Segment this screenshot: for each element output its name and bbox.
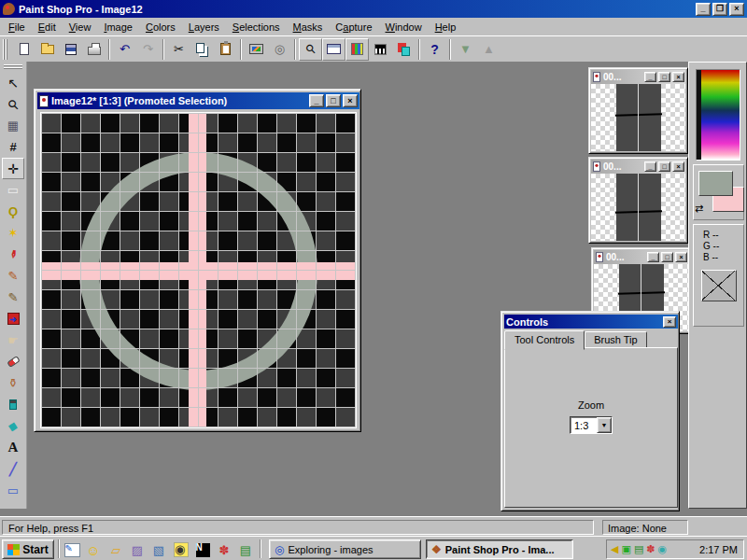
current-style-box[interactable] [701,270,737,301]
print-button[interactable] [82,38,106,61]
menu-view[interactable]: View [63,19,98,35]
crop-tool[interactable]: # [2,136,24,158]
menu-masks[interactable]: Masks [287,19,330,35]
image-maximize-button[interactable]: □ [326,94,341,107]
thumbnail-canvas[interactable] [591,84,685,151]
flood-fill-tool[interactable]: ◆ [2,415,24,437]
menu-edit[interactable]: Edit [32,19,63,35]
tab-tool-controls[interactable]: Tool Controls [504,330,585,350]
color-picker-gradient[interactable] [696,69,740,161]
thumb-close-button[interactable]: × [675,252,687,262]
menu-window[interactable]: Window [379,19,429,35]
open-button[interactable] [35,38,59,61]
volume-icon[interactable]: ◀ [611,544,618,554]
selection-tool[interactable]: ▭ [2,179,24,201]
zoom-tool[interactable]: ⚲ [2,93,24,115]
task-exploring-images[interactable]: ◎ Exploring - images [269,539,421,559]
toggle-layer-palette-button[interactable] [392,38,416,61]
freehand-tool[interactable]: Ϙ [2,201,24,222]
clock[interactable]: 2:17 PM [699,544,738,555]
save-button[interactable] [59,38,82,61]
swap-colors-icon[interactable]: ⇄ [695,203,703,215]
quick-launch-photo[interactable]: ▧ [150,541,167,558]
toggle-color-palette-button[interactable] [345,38,369,61]
thumb-close-button[interactable]: × [672,72,684,82]
quick-launch-image[interactable]: ▨ [129,541,146,558]
eraser-tool[interactable] [2,351,24,372]
task-paint-shop-pro[interactable]: ❖ Paint Shop Pro - Ima... [426,539,573,559]
tool-palette-grip[interactable] [4,64,22,70]
thumb-minimize-button[interactable]: _ [644,161,656,172]
toggle-tool-palette-button[interactable]: ⚲ [299,38,322,61]
color-replacer-tool[interactable]: ➜ [2,308,24,329]
menu-colors[interactable]: Colors [139,19,182,35]
zoom-dropdown[interactable]: 1:3 ▼ [570,416,613,434]
thumb-minimize-button[interactable]: _ [644,72,656,82]
thumbnail-title-bar[interactable]: 00... _ □ × [591,160,685,174]
image-window-title-bar[interactable]: Image12* [1:3] (Promoted Selection) _ □ … [37,92,359,109]
clone-brush-tool[interactable]: ✎ [2,287,24,308]
quick-launch-netscape[interactable]: N [194,541,211,558]
start-button[interactable]: Start [2,539,54,559]
magic-wand-tool[interactable]: ✶ [2,222,24,244]
text-tool[interactable]: A [2,437,24,458]
copy-button[interactable] [190,38,214,61]
quick-launch-browser[interactable]: ◉ [173,541,190,558]
menu-capture[interactable]: Capture [329,19,378,35]
minimize-button[interactable]: _ [696,3,711,16]
send-down-button[interactable]: ▼ [454,38,477,61]
tray-book-icon[interactable]: ▤ [634,544,643,554]
thumb-minimize-button[interactable]: _ [647,252,659,262]
thumbnail-canvas[interactable] [591,174,685,241]
menu-image[interactable]: Image [97,19,139,35]
title-bar[interactable]: Paint Shop Pro - Image12 _ ❐ × [0,0,747,18]
picture-tube-tool[interactable]: ⚱ [2,372,24,394]
paintbrush-tool[interactable]: ✎ [2,265,24,287]
controls-close-button[interactable]: × [663,316,676,328]
arrow-tool[interactable]: ↖ [2,72,24,93]
retouch-tool[interactable]: ☛ [2,329,24,351]
toggle-histogram-button[interactable] [369,38,392,61]
thumb-maximize-button[interactable]: □ [658,161,670,172]
tray-pinwheel-icon[interactable]: ✽ [646,544,655,554]
quick-launch-smiley[interactable]: ☺ [85,541,102,558]
camera-icon[interactable]: ◉ [658,544,668,554]
toolbar-grip[interactable] [3,39,9,60]
quick-launch-notes[interactable]: ✎ [63,541,80,558]
restore-button[interactable]: ❐ [712,3,727,16]
image-close-button[interactable]: × [343,94,358,107]
mover-tool[interactable]: ✛ [2,158,24,179]
shape-tool[interactable]: ▭ [2,480,24,501]
quick-launch-book[interactable]: ▤ [237,541,254,558]
menu-file[interactable]: File [2,19,32,35]
cut-button[interactable]: ✂ [167,38,190,61]
close-button[interactable]: × [729,3,744,16]
controls-title-bar[interactable]: Controls × [504,315,678,329]
canvas[interactable] [41,113,356,427]
send-up-button[interactable]: ▲ [477,38,500,61]
thumb-maximize-button[interactable]: □ [658,72,670,82]
deformation-tool[interactable]: ▦ [2,115,24,136]
airbrush-tool[interactable] [2,394,24,415]
display-icon[interactable]: ▣ [621,544,630,554]
full-screen-preview-button[interactable] [245,38,268,61]
undo-button[interactable]: ↶ [113,38,136,61]
line-tool[interactable]: ╱ [2,458,24,480]
new-button[interactable] [12,38,35,61]
menu-help[interactable]: Help [429,19,463,35]
thumbnail-title-bar[interactable]: 00... _ □ × [591,70,685,84]
browse-button[interactable]: ◎ [268,38,291,61]
thumbnail-title-bar[interactable]: 00... _ □ × [594,250,688,264]
dropper-tool[interactable]: ✒ [2,244,24,265]
image-minimize-button[interactable]: _ [309,94,324,107]
redo-button[interactable]: ↷ [136,38,160,61]
menu-layers[interactable]: Layers [182,19,226,35]
thumb-close-button[interactable]: × [672,161,684,172]
zoom-dropdown-button[interactable]: ▼ [597,417,612,433]
context-help-button[interactable]: ? [423,38,446,61]
foreground-swatch[interactable] [698,171,733,196]
menu-selections[interactable]: Selections [226,19,287,35]
toggle-tool-controls-button[interactable] [322,38,345,61]
quick-launch-pinwheel[interactable]: ✽ [216,541,233,558]
paste-button[interactable] [214,38,237,61]
